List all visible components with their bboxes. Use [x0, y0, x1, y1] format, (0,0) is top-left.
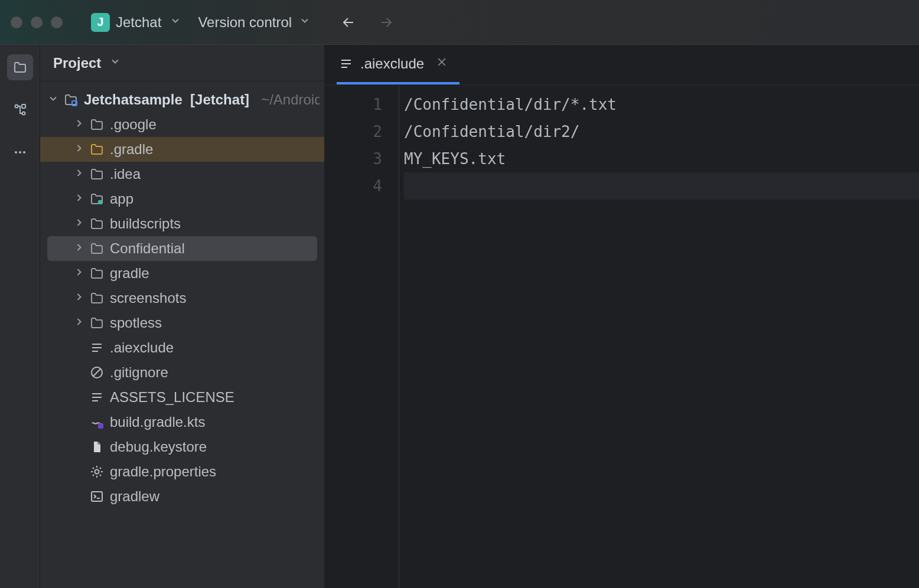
- chevron-right-icon[interactable]: [73, 142, 84, 156]
- tab-aiexclude[interactable]: .aiexclude: [337, 45, 460, 84]
- svg-rect-4: [22, 104, 25, 108]
- folder-icon: [90, 316, 104, 330]
- line-number: 2: [325, 118, 399, 145]
- folder-icon: [90, 291, 104, 305]
- gear-icon: [90, 465, 104, 479]
- project-tree[interactable]: Jetchatsample [Jetchat] ~/AndroidSt .goo…: [40, 81, 324, 588]
- lines-icon: [90, 390, 104, 404]
- close-tab-button[interactable]: [436, 56, 448, 71]
- tree-item-label: buildscripts: [110, 215, 181, 232]
- chevron-down-icon[interactable]: [47, 93, 58, 107]
- project-view-switcher[interactable]: Project: [40, 45, 324, 81]
- module-icon: [90, 192, 104, 206]
- project-name: Jetchat: [116, 14, 161, 31]
- tree-item[interactable]: Confidential: [47, 236, 317, 261]
- tree-item[interactable]: .gitignore: [40, 360, 324, 385]
- tree-item[interactable]: app: [40, 187, 324, 211]
- tool-rail: [0, 45, 40, 588]
- svg-point-3: [22, 112, 25, 115]
- zoom-window-icon[interactable]: [51, 17, 63, 28]
- svg-point-7: [23, 151, 25, 153]
- structure-tool-button[interactable]: [7, 97, 33, 123]
- kts-icon: [90, 415, 104, 429]
- chevron-down-icon: [299, 15, 311, 30]
- tree-item[interactable]: .aiexclude: [40, 335, 324, 360]
- file-icon: [90, 440, 104, 454]
- tree-item[interactable]: buildscripts: [40, 211, 324, 236]
- tab-label: .aiexclude: [360, 55, 424, 72]
- lines-icon: [339, 57, 353, 71]
- tree-item[interactable]: debug.keystore: [40, 435, 324, 459]
- nav-history: [341, 15, 393, 30]
- gutter: 1234: [325, 85, 399, 588]
- tree-item-label: gradle.properties: [110, 463, 216, 480]
- tree-item-label: ASSETS_LICENSE: [110, 389, 234, 406]
- lines-icon: [90, 341, 104, 355]
- tree-item-label: gradle: [110, 265, 149, 282]
- folder-icon: [90, 266, 104, 280]
- chevron-right-icon[interactable]: [73, 266, 84, 280]
- tree-item[interactable]: .gradle: [40, 137, 324, 162]
- tree-item-label: .gitignore: [110, 364, 168, 381]
- chevron-right-icon[interactable]: [73, 316, 84, 330]
- project-badge-icon: J: [91, 13, 110, 32]
- line-number: 1: [325, 91, 399, 118]
- code-area[interactable]: 1234 /Confidential/dir/*.txt/Confidentia…: [325, 85, 919, 588]
- chevron-right-icon[interactable]: [73, 117, 84, 132]
- tree-item[interactable]: spotless: [40, 311, 324, 335]
- project-view-label: Project: [53, 55, 101, 71]
- tree-item-label: .gradle: [110, 141, 153, 158]
- project-root-icon: [64, 93, 78, 107]
- tree-root-label: Jetchatsample [Jetchat] ~/AndroidSt: [84, 92, 320, 108]
- code-line[interactable]: MY_KEYS.txt: [404, 145, 919, 172]
- svg-point-6: [19, 151, 21, 153]
- minimize-window-icon[interactable]: [31, 17, 43, 28]
- code-line[interactable]: /Confidential/dir2/: [404, 118, 919, 145]
- chevron-right-icon[interactable]: [73, 167, 84, 181]
- tree-item[interactable]: ASSETS_LICENSE: [40, 385, 324, 410]
- line-number: 4: [325, 172, 399, 200]
- svg-point-2: [15, 105, 18, 108]
- folder-icon: [90, 167, 104, 181]
- folder-icon: [90, 117, 104, 132]
- nav-back-button[interactable]: [341, 15, 356, 30]
- title-bar: J Jetchat Version control: [0, 0, 919, 45]
- vcs-menu[interactable]: Version control: [198, 14, 311, 31]
- project-sidebar: Project Jetchatsample [Jetchat] ~/Androi…: [40, 45, 325, 588]
- chevron-right-icon[interactable]: [73, 217, 84, 231]
- tree-item[interactable]: gradlew: [40, 484, 324, 509]
- tree-item[interactable]: gradle.properties: [40, 459, 324, 484]
- close-window-icon[interactable]: [11, 17, 22, 28]
- nav-forward-button[interactable]: [379, 15, 393, 30]
- chevron-down-icon: [109, 55, 121, 70]
- more-tool-button[interactable]: [7, 139, 33, 165]
- line-number: 3: [325, 145, 399, 172]
- tree-item[interactable]: .google: [40, 112, 324, 137]
- project-switcher[interactable]: J Jetchat: [91, 13, 181, 32]
- circle-slash-icon: [90, 365, 104, 380]
- tree-item-label: Confidential: [110, 240, 185, 257]
- folder-icon: [90, 241, 104, 256]
- tree-item-label: .aiexclude: [110, 339, 174, 356]
- terminal-icon: [90, 489, 104, 504]
- tree-item[interactable]: .idea: [40, 162, 324, 187]
- code-content[interactable]: /Confidential/dir/*.txt/Confidential/dir…: [399, 85, 919, 588]
- main-area: Project Jetchatsample [Jetchat] ~/Androi…: [0, 45, 919, 588]
- vcs-menu-label: Version control: [198, 14, 292, 31]
- tree-item-label: build.gradle.kts: [110, 414, 205, 430]
- chevron-right-icon[interactable]: [73, 241, 84, 256]
- tree-item[interactable]: screenshots: [40, 286, 324, 311]
- svg-point-5: [15, 151, 17, 153]
- tree-item[interactable]: gradle: [40, 261, 324, 286]
- code-line[interactable]: [404, 172, 919, 200]
- project-tool-button[interactable]: [7, 54, 33, 80]
- code-line[interactable]: /Confidential/dir/*.txt: [404, 91, 919, 118]
- tree-item-label: debug.keystore: [110, 439, 207, 455]
- window-controls: [11, 17, 63, 28]
- tree-root[interactable]: Jetchatsample [Jetchat] ~/AndroidSt: [40, 87, 324, 112]
- chevron-right-icon[interactable]: [73, 192, 84, 206]
- tree-item[interactable]: build.gradle.kts: [40, 410, 324, 435]
- tree-item-label: app: [110, 191, 133, 207]
- folder-orange-icon: [90, 142, 104, 156]
- chevron-right-icon[interactable]: [73, 291, 84, 305]
